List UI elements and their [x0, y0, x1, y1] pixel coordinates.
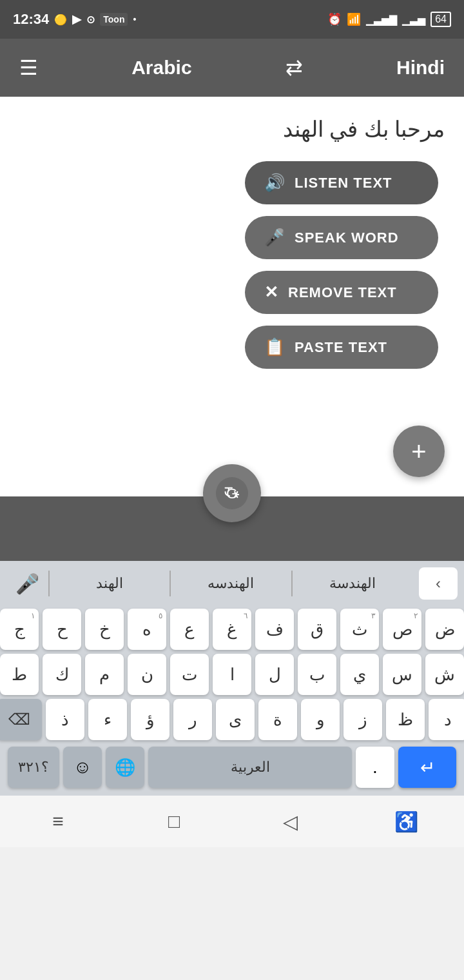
app-header: ☰ Arabic ⇄ Hindi [0, 39, 464, 97]
plus-icon: + [411, 437, 426, 466]
nav-menu-icon: ≡ [52, 810, 64, 832]
key-waw[interactable]: و [301, 699, 340, 740]
key-ta-marbuta[interactable]: ة [258, 699, 297, 740]
key-ta[interactable]: ط [0, 654, 39, 695]
key-zay[interactable]: ز [343, 699, 382, 740]
nav-menu-button[interactable]: ≡ [39, 802, 77, 841]
keyboard-rows: ١ج ح خ ٥ه ع ٦غ ف ق ٣ث ٢ص ض ط ك م ن ت ا ل… [0, 606, 464, 796]
listen-text-label: LISTEN TEXT [295, 175, 392, 191]
key-waw-hamza[interactable]: ؤ [131, 699, 169, 740]
google-translate-fab[interactable]: G [203, 464, 261, 522]
nav-back-button[interactable]: ◁ [271, 802, 309, 841]
key-ghain[interactable]: ٦غ [213, 609, 251, 650]
signal-icon1: ▁▃▅▇ [366, 14, 397, 26]
keyboard-mic-button[interactable]: 🎤 [6, 573, 48, 595]
alarm-icon: ⏰ [327, 12, 342, 26]
key-nun[interactable]: ن [128, 654, 166, 695]
time: 12:34 [13, 11, 49, 28]
suggestions-collapse-button[interactable]: ‹ [419, 567, 458, 600]
speak-word-button[interactable]: 🎤 SPEAK WORD [245, 216, 438, 259]
key-ra[interactable]: ر [173, 699, 212, 740]
clipboard-icon: 📋 [264, 337, 285, 357]
arabic-input-text[interactable]: مرحبا بك في الهند [13, 110, 451, 148]
status-right: ⏰ 📶 ▁▃▅▇ ▁▃▅ 64 [327, 12, 451, 27]
key-hamza[interactable]: ء [88, 699, 127, 740]
close-icon: ✕ [264, 282, 279, 302]
key-kaf[interactable]: ك [43, 654, 81, 695]
key-shin[interactable]: ش [425, 654, 464, 695]
chrome-icon: ⊙ [86, 14, 95, 26]
notification-dot: 🟡 [54, 14, 67, 26]
key-ain[interactable]: ع [170, 609, 209, 650]
key-alef[interactable]: ا [213, 654, 251, 695]
action-buttons: 🔊 LISTEN TEXT 🎤 SPEAK WORD ✕ REMOVE TEXT… [13, 161, 451, 369]
key-sad[interactable]: ٢ص [383, 609, 421, 650]
main-area: مرحبا بك في الهند 🔊 LISTEN TEXT 🎤 SPEAK … [0, 97, 464, 496]
key-ta2[interactable]: ت [170, 654, 209, 695]
key-ja[interactable]: ١ج [0, 609, 39, 650]
key-ba[interactable]: ب [298, 654, 336, 695]
period-label: . [372, 757, 378, 778]
nav-home-button[interactable]: □ [155, 802, 193, 841]
nav-accessibility-button[interactable]: ♿ [387, 802, 425, 841]
remove-text-button[interactable]: ✕ REMOVE TEXT [245, 271, 438, 314]
key-mim[interactable]: م [85, 654, 124, 695]
wifi-icon: 📶 [347, 12, 361, 26]
key-dhad[interactable]: ض [425, 609, 464, 650]
add-fab-button[interactable]: + [393, 426, 445, 477]
key-row-3: ⌫ ذ ء ؤ ر ى ة و ز ظ د [4, 699, 460, 740]
key-dal[interactable]: د [429, 699, 464, 740]
enter-key[interactable]: ↵ [398, 747, 456, 788]
key-sin[interactable]: س [383, 654, 421, 695]
battery-text: 64 [430, 12, 451, 27]
key-tha[interactable]: ٣ث [340, 609, 379, 650]
target-language[interactable]: Hindi [396, 57, 445, 79]
volume-icon: 🔊 [264, 173, 285, 193]
backspace-key[interactable]: ⌫ [0, 699, 42, 740]
key-ya[interactable]: ي [340, 654, 379, 695]
space-label: العربية [231, 759, 270, 776]
keyboard-bottom-row: ؟٣٢١ ☺ 🌐 العربية . ↵ [4, 744, 460, 793]
key-zal[interactable]: ذ [46, 699, 84, 740]
key-fa[interactable]: ف [255, 609, 294, 650]
globe-key[interactable]: 🌐 [106, 747, 144, 788]
key-row-1: ١ج ح خ ٥ه ع ٦غ ف ق ٣ث ٢ص ض [4, 609, 460, 650]
suggestion-1[interactable]: الهند [50, 575, 169, 592]
swap-languages-button[interactable]: ⇄ [285, 55, 303, 80]
mic-icon: 🎤 [264, 228, 285, 248]
key-he[interactable]: ٥ه [128, 609, 166, 650]
globe-label: 🌐 [115, 758, 135, 778]
source-language[interactable]: Arabic [131, 57, 191, 79]
remove-text-label: REMOVE TEXT [288, 284, 397, 301]
key-ha[interactable]: ح [43, 609, 81, 650]
numbers-key[interactable]: ؟٣٢١ [8, 747, 59, 788]
hamburger-menu[interactable]: ☰ [19, 55, 38, 80]
enter-label: ↵ [420, 757, 435, 778]
nav-home-icon: □ [168, 810, 180, 832]
nav-back-icon: ◁ [283, 810, 298, 833]
listen-text-button[interactable]: 🔊 LISTEN TEXT [245, 161, 438, 204]
emoji-key[interactable]: ☺ [63, 747, 102, 788]
key-qaf[interactable]: ق [298, 609, 336, 650]
paste-text-label: PASTE TEXT [295, 339, 387, 356]
emoji-label: ☺ [73, 757, 92, 778]
key-dha[interactable]: ظ [386, 699, 425, 740]
period-key[interactable]: . [356, 747, 394, 788]
key-kha[interactable]: خ [85, 609, 124, 650]
key-alef-maqsura[interactable]: ى [216, 699, 255, 740]
speak-word-label: SPEAK WORD [295, 230, 399, 246]
status-left: 12:34 🟡 ▶ ⊙ Toon • [13, 11, 136, 28]
toonme-icon: Toon [100, 13, 128, 26]
suggestion-2[interactable]: الهندسه [171, 575, 291, 592]
paste-text-button[interactable]: 📋 PASTE TEXT [245, 326, 438, 369]
dot-indicator: • [133, 14, 136, 24]
main-wrapper: مرحبا بك في الهند 🔊 LISTEN TEXT 🎤 SPEAK … [0, 97, 464, 561]
key-row-2: ط ك م ن ت ا ل ب ي س ش [4, 654, 460, 695]
youtube-icon: ▶ [72, 12, 81, 26]
space-key[interactable]: العربية [148, 747, 352, 788]
key-lam[interactable]: ل [255, 654, 294, 695]
keyboard-area: 🎤 الهند الهندسه الهندسة ‹ ١ج ح خ ٥ه ع ٦غ… [0, 561, 464, 796]
status-bar: 12:34 🟡 ▶ ⊙ Toon • ⏰ 📶 ▁▃▅▇ ▁▃▅ 64 [0, 0, 464, 39]
suggestion-3[interactable]: الهندسة [293, 575, 412, 592]
nav-bar: ≡ □ ◁ ♿ [0, 796, 464, 847]
